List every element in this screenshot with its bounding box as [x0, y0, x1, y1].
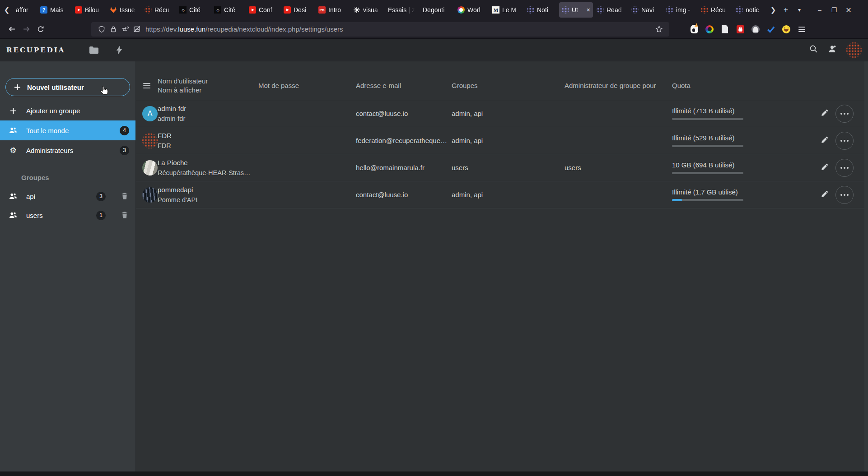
- image-blocked-icon[interactable]: [131, 23, 143, 35]
- browser-tab[interactable]: Navi: [629, 2, 663, 18]
- groups-cell[interactable]: admin, api: [452, 110, 565, 117]
- email-cell[interactable]: federation@recuperatheque…: [356, 137, 452, 144]
- group-admin-cell[interactable]: users: [565, 164, 672, 171]
- tab-scroll-left-icon[interactable]: ❮: [1, 2, 13, 18]
- email-cell[interactable]: hello@romainmarula.fr: [356, 164, 452, 171]
- close-button[interactable]: ✕: [841, 3, 856, 17]
- user-row-FDR[interactable]: FDRFDRfederation@recuperatheque…admin, a…: [136, 127, 868, 154]
- add-group-label: Ajouter un groupe: [26, 107, 80, 115]
- brand-logo[interactable]: RECUPEDIA: [6, 46, 65, 54]
- black-favicon: ◇: [179, 6, 187, 14]
- browser-tab[interactable]: ?Mais: [37, 2, 71, 18]
- browser-tab[interactable]: img -: [663, 2, 697, 18]
- add-group-item[interactable]: Ajouter un groupe: [0, 101, 135, 120]
- forward-button[interactable]: [19, 22, 33, 37]
- delete-group-icon[interactable]: [121, 211, 129, 219]
- tab-list-dropdown[interactable]: ▾: [793, 3, 806, 17]
- browser-tab[interactable]: Conf: [246, 2, 280, 18]
- email-cell[interactable]: contact@luuse.io: [356, 110, 452, 117]
- edit-pencil-icon[interactable]: [821, 109, 828, 118]
- user-row-pommedapi[interactable]: pommedapiPomme d'APIcontact@luuse.ioadmi…: [136, 181, 868, 208]
- groups-cell[interactable]: users: [452, 164, 565, 171]
- new-tab-button[interactable]: +: [779, 3, 793, 17]
- edit-pencil-icon[interactable]: [821, 136, 828, 145]
- browser-tab[interactable]: affor: [13, 2, 37, 18]
- browser-tab[interactable]: MLe M: [490, 2, 523, 18]
- maximize-button[interactable]: ❐: [827, 3, 841, 17]
- ext-check-icon[interactable]: [763, 23, 779, 36]
- browser-tab[interactable]: PBIntro: [316, 2, 350, 18]
- tab-title: Cité: [224, 6, 243, 14]
- reload-button[interactable]: [33, 22, 48, 37]
- user-avatar[interactable]: [846, 42, 862, 58]
- ext-password-lock-icon[interactable]: [733, 23, 748, 36]
- tab-title: Cité: [189, 6, 208, 14]
- ext-document-icon[interactable]: [717, 23, 733, 36]
- qwant-favicon: [457, 6, 465, 14]
- ext-account-icon[interactable]: [686, 23, 702, 36]
- browser-tab[interactable]: Noti: [524, 2, 558, 18]
- browser-tab[interactable]: Read: [594, 2, 628, 18]
- sidebar-group-api[interactable]: api3: [0, 187, 135, 206]
- more-actions-button[interactable]: [835, 105, 854, 123]
- ext-smiley-icon[interactable]: [779, 23, 794, 36]
- sidebar-item-admins[interactable]: ⚙ Administrateurs 3: [0, 140, 135, 160]
- delete-group-icon[interactable]: [121, 192, 129, 200]
- edit-pencil-icon[interactable]: [821, 190, 828, 199]
- files-app-icon[interactable]: [85, 41, 103, 59]
- group-count-badge: 1: [96, 211, 106, 220]
- search-icon[interactable]: [809, 45, 818, 55]
- user-row-admin-fdr[interactable]: Aadmin-fdradmin-fdrcontact@luuse.ioadmin…: [136, 100, 868, 127]
- activity-app-icon[interactable]: [110, 41, 128, 59]
- browser-tab-active[interactable]: Ut×: [559, 2, 593, 18]
- groups-cell[interactable]: admin, api: [452, 191, 565, 199]
- app-menu-button[interactable]: [794, 23, 809, 36]
- browser-tab[interactable]: Worl: [455, 2, 489, 18]
- browser-tab[interactable]: Degouti: [420, 2, 454, 18]
- tab-scroll-right-icon[interactable]: ❯: [767, 2, 779, 18]
- table-menu-icon[interactable]: [136, 83, 158, 88]
- ext-gray-icon[interactable]: [748, 23, 763, 36]
- groups-cell[interactable]: admin, api: [452, 137, 565, 144]
- edit-pencil-icon[interactable]: [821, 163, 828, 172]
- tab-close-icon[interactable]: ×: [587, 6, 590, 14]
- sidebar-item-everyone[interactable]: Tout le monde 4: [0, 120, 135, 140]
- minimize-button[interactable]: –: [812, 3, 827, 17]
- browser-tab[interactable]: Récu: [698, 2, 732, 18]
- shield-icon[interactable]: [96, 23, 107, 35]
- quota-cell[interactable]: Illimité (529 B utilisé): [672, 134, 758, 147]
- quota-cell[interactable]: Illimité (1,7 GB utilisé): [672, 188, 758, 201]
- new-user-button[interactable]: Nouvel utilisateur: [5, 78, 130, 96]
- browser-tab[interactable]: visua: [350, 2, 384, 18]
- quota-cell[interactable]: Illimité (713 B utilisé): [672, 107, 758, 120]
- browser-tab[interactable]: ◇Cité: [177, 2, 210, 18]
- contacts-icon[interactable]: [828, 45, 836, 55]
- bookmark-star-icon[interactable]: [653, 23, 665, 35]
- browser-tab[interactable]: Bilou: [72, 2, 106, 18]
- browser-tab[interactable]: Essais | z: [385, 2, 419, 18]
- browser-tab[interactable]: Desi: [281, 2, 315, 18]
- scrollbar[interactable]: [864, 61, 868, 471]
- permission-exchange-icon[interactable]: [119, 23, 131, 35]
- more-actions-button[interactable]: [835, 132, 854, 150]
- lock-icon[interactable]: [107, 23, 119, 35]
- sphere-favicon: [666, 6, 673, 14]
- browser-tab[interactable]: notic: [733, 2, 767, 18]
- browser-tab[interactable]: ◇Cité: [211, 2, 245, 18]
- more-actions-button[interactable]: [835, 186, 854, 204]
- user-row-La Pioche[interactable]: La PiocheRécupérathèque-HEAR-Stras…hello…: [136, 154, 868, 181]
- email-cell[interactable]: contact@luuse.io: [356, 191, 452, 199]
- sidebar-group-users[interactable]: users1: [0, 206, 135, 225]
- browser-tab[interactable]: Récu: [142, 2, 176, 18]
- quota-cell[interactable]: 10 GB (694 B utilisé): [672, 161, 758, 174]
- ext-colorwheel-icon[interactable]: [702, 23, 717, 36]
- url-text[interactable]: https://dev.luuse.fun/recupedia/nextclou…: [145, 25, 653, 33]
- more-actions-button[interactable]: [835, 159, 854, 177]
- url-bar[interactable]: https://dev.luuse.fun/recupedia/nextclou…: [91, 22, 669, 37]
- quota-bar: [672, 118, 743, 120]
- users-icon: [9, 192, 17, 200]
- youtube-favicon: [75, 6, 82, 14]
- back-button[interactable]: [5, 22, 19, 37]
- browser-tab[interactable]: Issue: [107, 2, 141, 18]
- black-favicon: ◇: [214, 6, 221, 14]
